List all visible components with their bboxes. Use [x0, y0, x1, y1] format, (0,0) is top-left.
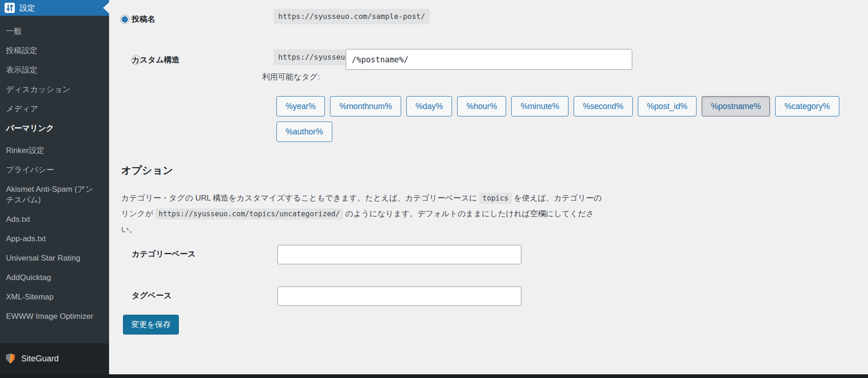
settings-menu-label: 設定 — [19, 3, 35, 13]
category-base-label: カテゴリーベース — [132, 249, 196, 259]
sidebar-item-6[interactable]: Rinker設定 — [0, 141, 109, 160]
category-base-input[interactable] — [277, 245, 521, 264]
siteguard-menu-section: SiteGuard — [0, 343, 109, 378]
permalink-settings-content: 投稿名 https://syusseuo.com/sample-post/ カス… — [109, 0, 868, 378]
available-tags-row-1: %year%%monthnum%%day%%hour%%minute%%seco… — [276, 96, 839, 116]
post-name-radio[interactable] — [120, 15, 129, 24]
sidebar-item-9[interactable]: Ads.txt — [0, 210, 109, 229]
tag-button-monthnum[interactable]: %monthnum% — [330, 96, 401, 116]
tag-button-day[interactable]: %day% — [406, 96, 452, 116]
sidebar-item-12[interactable]: AddQuicktag — [0, 268, 109, 287]
tag-button-second[interactable]: %second% — [574, 96, 633, 116]
available-tags-label: 利用可能なタグ: — [262, 72, 320, 82]
custom-structure-input[interactable] — [346, 49, 632, 70]
options-section-title: オプション — [121, 164, 173, 177]
tag-base-label: タグベース — [132, 291, 172, 301]
sidebar-item-10[interactable]: App-ads.txt — [0, 229, 109, 249]
siteguard-label: SiteGuard — [21, 354, 59, 364]
sidebar-item-5[interactable]: パーマリンク — [0, 119, 109, 138]
tag-button-post_id[interactable]: %post_id% — [638, 96, 697, 116]
settings-submenu: 一般投稿設定表示設定ディスカッションメディアパーマリンクRinker設定プライバ… — [0, 16, 109, 334]
sidebar-item-2[interactable]: 表示設定 — [0, 61, 109, 80]
bottom-edge-strip — [0, 374, 868, 378]
sidebar-item-14[interactable]: EWWW Image Optimizer — [0, 307, 109, 326]
save-changes-button[interactable]: 変更を保存 — [123, 315, 179, 335]
admin-sidebar: 設定 一般投稿設定表示設定ディスカッションメディアパーマリンクRinker設定プ… — [0, 0, 109, 378]
sidebar-item-4[interactable]: メディア — [0, 99, 109, 119]
tag-button-minute[interactable]: %minute% — [511, 96, 568, 116]
sidebar-item-7[interactable]: プライバシー — [0, 160, 109, 180]
sidebar-item-11[interactable]: Universal Star Rating — [0, 249, 109, 268]
shield-icon — [6, 354, 15, 364]
post-name-example-url: https://syusseuo.com/sample-post/ — [274, 9, 430, 24]
inline-code: topics — [479, 193, 512, 204]
sidebar-item-3[interactable]: ディスカッション — [0, 80, 109, 99]
tag-button-year[interactable]: %year% — [276, 96, 325, 116]
tag-button-postname[interactable]: %postname% — [702, 96, 770, 116]
settings-sliders-icon — [5, 3, 15, 13]
sidebar-item-settings[interactable]: 設定 — [0, 0, 109, 16]
sidebar-item-siteguard[interactable]: SiteGuard — [0, 343, 109, 364]
tag-base-input[interactable] — [277, 287, 521, 306]
options-description: カテゴリー・タグの URL 構造をカスタマイズすることもできます。たとえば、カテ… — [121, 190, 604, 237]
custom-structure-label[interactable]: カスタム構造 — [132, 55, 180, 65]
sidebar-item-1[interactable]: 投稿設定 — [0, 41, 109, 61]
sidebar-item-13[interactable]: XML-Sitemap — [0, 287, 109, 307]
available-tags-row-2: %author% — [276, 122, 332, 142]
tag-button-author[interactable]: %author% — [276, 122, 332, 142]
sidebar-item-0[interactable]: 一般 — [0, 22, 109, 41]
inline-code: https://syusseuo.com/topics/uncategorize… — [155, 208, 343, 219]
tag-button-hour[interactable]: %hour% — [457, 96, 506, 116]
post-name-label[interactable]: 投稿名 — [132, 14, 155, 24]
tag-button-category[interactable]: %category% — [775, 96, 839, 116]
sidebar-item-8[interactable]: Akismet Anti-Spam (アンチスパム) — [0, 180, 109, 210]
